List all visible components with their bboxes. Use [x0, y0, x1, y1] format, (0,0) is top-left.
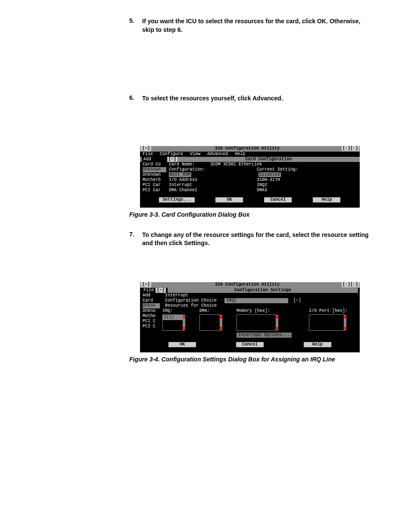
- step-7-text: To change any of the resource settings f…: [142, 231, 371, 248]
- menu-view[interactable]: View: [190, 152, 200, 156]
- scrollbar-icon[interactable]: [183, 315, 185, 330]
- scrollbar-icon[interactable]: [220, 315, 222, 330]
- row-interrupt[interactable]: PCI Car Interrupt IRQ2: [140, 183, 360, 188]
- sysmenu-icon[interactable]: [−]: [141, 146, 151, 151]
- sub-header-2: File [−] Configuration Settings: [140, 288, 360, 293]
- figure-3-3-caption: Figure 3-3. Card Configuration Dialog Bo…: [129, 211, 371, 218]
- sysmenu-icon-2[interactable]: [−]: [141, 282, 151, 287]
- col-irq: IRQ: 2(2): [162, 308, 196, 338]
- sub-title: Card Configuration: [179, 157, 358, 162]
- sub-title-2: Configuration Settings: [168, 288, 358, 293]
- row-resources-label: Unkno Resources for Choice: [140, 303, 360, 308]
- title-bar: [−] ISA Configuration Utility [↕][↑]: [140, 146, 360, 152]
- window-title: ISA Configuration Utility: [153, 146, 342, 151]
- menu-file[interactable]: File: [143, 152, 153, 156]
- ok-button-2[interactable]: OK: [168, 342, 196, 347]
- step-6: 6. To select the resources yourself, cli…: [129, 94, 371, 103]
- resource-columns: Unkno Mothe PCI C PCI C IRQ: 2(2) DMA:: [140, 308, 360, 338]
- config-settings-dialog: [−] ISA Configuration Utility [↕][↑] Fil…: [140, 282, 360, 352]
- scrollbar-icon[interactable]: [276, 315, 278, 330]
- step-7: 7. To change any of the resource setting…: [129, 231, 371, 248]
- scrollbar-icon[interactable]: [344, 315, 346, 330]
- dropdown-icon[interactable]: [↕]: [293, 298, 301, 303]
- step-5-text: If you want the ICU to select the resour…: [142, 17, 371, 34]
- row-config-choice: Card Configuration Choice IRQ2 [↕]: [140, 298, 360, 303]
- sub-sysmenu-icon-2[interactable]: [−]: [156, 288, 166, 293]
- page-content: 5. If you want the ICU to select the res…: [129, 17, 371, 363]
- col-memory: Memory [hex]: Interrupt Options...: [237, 308, 305, 338]
- step-5-number: 5.: [129, 17, 142, 34]
- menu-help[interactable]: Help: [235, 152, 245, 156]
- sub-header: Add [−] Card Configuration: [140, 157, 360, 162]
- row-config: Unknown Configuration: Current Setting:: [140, 167, 360, 172]
- figure-3-4: [−] ISA Configuration Utility [↕][↑] Fil…: [129, 282, 371, 363]
- dma-listbox[interactable]: [199, 314, 220, 331]
- window-title-2: ISA Configuration Utility: [153, 282, 342, 287]
- figure-3-3: [−] ISA Configuration Utility [↕][↑] Fil…: [129, 146, 371, 218]
- button-row: Settings... OK Cancel Help: [140, 196, 360, 205]
- ioport-listbox[interactable]: [309, 314, 344, 331]
- sub-sysmenu-icon[interactable]: [−]: [167, 157, 177, 162]
- step-6-number: 6.: [129, 94, 142, 103]
- menu-bar: File Configure View Advanced Help: [140, 152, 360, 157]
- card-config-dialog: [−] ISA Configuration Utility [↕][↑] Fil…: [140, 146, 360, 208]
- row-cardname: Card Co Card Name: 3COM 3C501 EtherLink: [140, 162, 360, 167]
- sub-left-label: Add: [142, 157, 167, 162]
- col-ioport: I/O Port [hex]:: [309, 308, 357, 338]
- ok-button[interactable]: OK: [215, 197, 243, 202]
- step-6-text: To select the resources yourself, click …: [142, 94, 283, 103]
- settings-button[interactable]: Settings...: [159, 197, 194, 202]
- memory-listbox[interactable]: [237, 314, 276, 331]
- cancel-button[interactable]: Cancel: [264, 197, 292, 202]
- menu-configure[interactable]: Configure: [160, 152, 183, 156]
- col-dma: DMA:: [199, 308, 233, 338]
- interrupt-options-button[interactable]: Interrupt Options...: [237, 333, 292, 338]
- resize-icon[interactable]: [↕][↑]: [342, 146, 359, 151]
- help-button-2[interactable]: Help: [304, 342, 331, 347]
- step-7-number: 7.: [129, 231, 142, 248]
- help-button[interactable]: Help: [313, 197, 340, 202]
- row-ioaddress[interactable]: Motherb I/O Address 310H-317H: [140, 177, 360, 183]
- cancel-button-2[interactable]: Cancel: [236, 342, 264, 347]
- menu-advanced[interactable]: Advanced: [207, 152, 228, 156]
- resize-icon-2[interactable]: [↕][↑]: [342, 282, 359, 287]
- irq-selected[interactable]: 2(2): [163, 315, 183, 320]
- button-row-2: OK Cancel Help: [140, 340, 360, 350]
- irq-listbox[interactable]: 2(2): [162, 314, 183, 331]
- menu-file-2[interactable]: File: [142, 288, 156, 293]
- title-bar-2: [−] ISA Configuration Utility [↕][↑]: [140, 282, 360, 288]
- config-choice-field[interactable]: IRQ2: [224, 298, 288, 303]
- step-5: 5. If you want the ICU to select the res…: [129, 17, 371, 34]
- row-bootrom[interactable]: Unknown Boot ROM Disabled: [140, 172, 360, 177]
- row-dma[interactable]: PCI Car DMA Channel DMA3: [140, 188, 360, 193]
- figure-3-4-caption: Figure 3-4. Configuration Settings Dialo…: [129, 356, 371, 363]
- row-interrupt-label: Add Interrupt: [140, 293, 360, 298]
